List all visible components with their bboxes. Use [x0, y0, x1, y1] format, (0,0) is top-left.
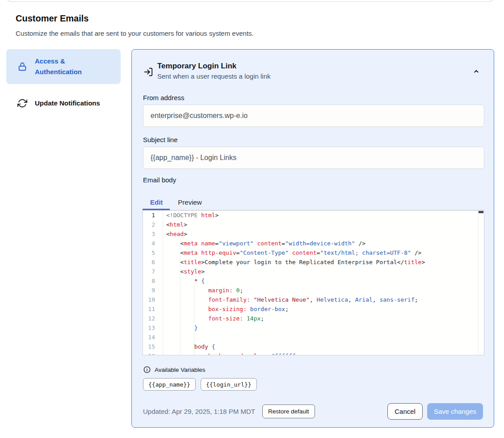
line-number: 2 [143, 220, 163, 229]
line-number: 4 [143, 239, 163, 248]
code-text: background-color: #ffffff; [163, 351, 299, 355]
line-number: 9 [143, 286, 163, 295]
code-text: <meta name="viewport" content="width=dev… [163, 239, 365, 248]
code-text: margin: 0; [163, 286, 243, 295]
updated-timestamp: Updated: Apr 29, 2025, 1:18 PM MDT [143, 408, 255, 415]
code-text: <style> [163, 267, 205, 276]
line-number: 7 [143, 267, 163, 276]
lock-icon [17, 61, 28, 72]
line-number: 12 [143, 314, 163, 323]
line-number: 15 [143, 342, 163, 351]
sidebar-item-update-notifications[interactable]: Update Notifications [6, 92, 121, 115]
indent-guide [194, 286, 194, 355]
indent-guide [180, 239, 181, 355]
save-changes-button[interactable]: Save changes [427, 403, 483, 420]
code-line[interactable]: 5 <meta http-equiv="Content-Type" conten… [143, 248, 484, 257]
panel-header: Temporary Login Link Sent when a user re… [157, 62, 270, 80]
available-variables-row: Available Variables [143, 366, 206, 373]
editor-scrollbar-thumb[interactable] [479, 211, 483, 213]
cancel-button[interactable]: Cancel [387, 403, 423, 420]
tab-edit[interactable]: Edit [143, 195, 170, 209]
line-number: 16 [143, 351, 163, 355]
code-text: <html> [163, 220, 187, 229]
chevron-up-icon[interactable] [472, 67, 480, 76]
page-title: Customer Emails [16, 13, 88, 24]
code-text [163, 333, 166, 342]
from-address-label: From address [143, 94, 185, 101]
code-text: <meta http-equiv="Content-Type" content=… [163, 248, 421, 257]
customer-emails-page: Customer Emails Customize the emails tha… [0, 0, 504, 438]
info-icon [143, 366, 151, 373]
editor-scrollbar[interactable] [478, 211, 484, 355]
subject-line-label: Subject line [143, 136, 178, 143]
page-description: Customize the emails that are sent to yo… [16, 29, 254, 37]
line-number: 1 [143, 211, 163, 220]
sidebar-item-access-authentication[interactable]: Access & Authentication [6, 49, 121, 84]
line-number: 10 [143, 295, 163, 304]
variable-chip-login-url[interactable]: {{login_url}} [201, 378, 257, 391]
sidebar-item-label: Update Notifications [35, 98, 102, 109]
sidebar-item-label: Access & Authentication [35, 56, 102, 77]
code-text: * { [163, 276, 205, 286]
panel-footer: Updated: Apr 29, 2025, 1:18 PM MDT Resto… [143, 403, 483, 420]
line-number: 14 [143, 333, 163, 342]
code-line[interactable]: 3<head> [143, 229, 484, 239]
code-text: body { [163, 342, 215, 351]
code-text: <head> [163, 229, 187, 239]
line-number: 6 [143, 257, 163, 267]
code-text: box-sizing: border-box; [163, 304, 289, 314]
code-text: <title>Complete your login to the Replic… [163, 257, 425, 267]
code-line[interactable]: 1<!DOCTYPE html> [143, 211, 484, 220]
tab-preview[interactable]: Preview [170, 195, 209, 209]
variable-chips: {{app_name}} {{login_url}} [143, 378, 257, 391]
panel-subtitle: Sent when a user requests a login link [157, 72, 270, 80]
available-variables-label: Available Variables [155, 366, 206, 373]
refresh-icon [17, 98, 28, 109]
email-body-label: Email body [143, 176, 176, 184]
line-number: 11 [143, 304, 163, 314]
variable-chip-app-name[interactable]: {{app_name}} [143, 378, 196, 391]
code-line[interactable]: 7 <style> [143, 267, 484, 276]
line-number: 8 [143, 276, 163, 286]
gutter-separator [163, 211, 163, 355]
email-types-sidebar: Access & Authentication Update Notificat… [6, 49, 121, 115]
line-number: 13 [143, 323, 163, 333]
code-line[interactable]: 2<html> [143, 220, 484, 229]
code-line[interactable]: 8 * { [143, 276, 484, 286]
log-in-icon [143, 67, 153, 77]
email-body-tabs: Edit Preview [143, 195, 210, 209]
code-line[interactable]: 4 <meta name="viewport" content="width=d… [143, 239, 484, 248]
from-address-input[interactable] [143, 105, 484, 127]
code-text: font-size: 14px; [163, 314, 264, 323]
panel-title: Temporary Login Link [157, 62, 270, 71]
code-line[interactable]: 6 <title>Complete your login to the Repl… [143, 257, 484, 267]
subject-line-input[interactable] [143, 147, 484, 169]
previous-card-bottom-edge [6, 0, 494, 2]
code-text: font-family: "Helvetica Neue", Helvetica… [163, 295, 418, 304]
code-text: <!DOCTYPE html> [163, 211, 218, 220]
line-number: 5 [143, 248, 163, 257]
temporary-login-link-panel: Temporary Login Link Sent when a user re… [131, 49, 494, 428]
email-body-code-editor[interactable]: 1<!DOCTYPE html>2<html>3<head>4 <meta na… [143, 210, 484, 355]
line-number: 3 [143, 229, 163, 239]
restore-default-button[interactable]: Restore default [262, 404, 315, 418]
